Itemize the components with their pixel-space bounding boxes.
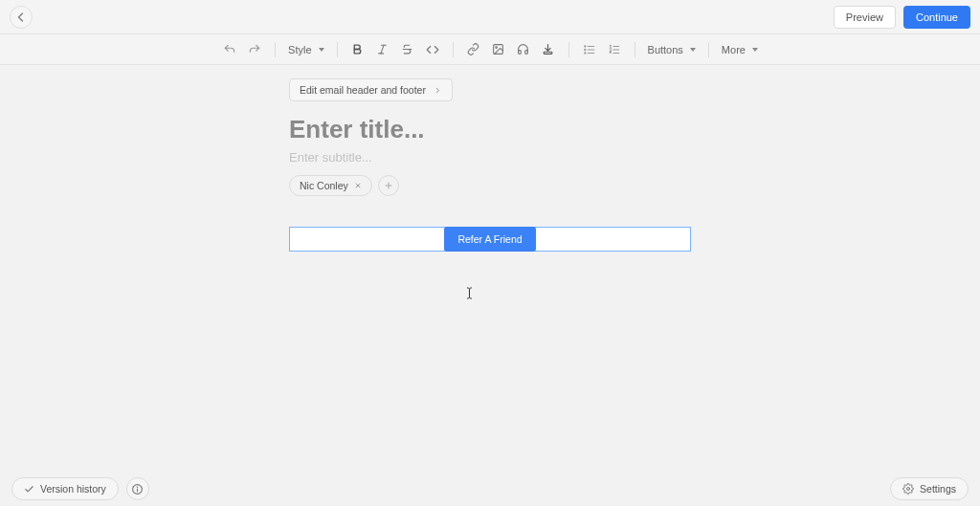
- svg-line-2: [381, 45, 384, 54]
- image-icon: [492, 43, 504, 55]
- unordered-list-button[interactable]: [579, 39, 600, 60]
- settings-label: Settings: [920, 483, 956, 495]
- svg-point-23: [907, 488, 910, 491]
- editor-canvas[interactable]: Edit email header and footer Nic Conley …: [0, 65, 980, 506]
- arrow-left-icon: [15, 11, 27, 23]
- strikethrough-button[interactable]: [397, 39, 418, 60]
- selected-button-block[interactable]: Refer A Friend: [289, 227, 691, 252]
- editor-toolbar: Style: [0, 34, 980, 65]
- undo-icon: [223, 43, 236, 56]
- style-dropdown[interactable]: Style: [285, 39, 326, 60]
- image-button[interactable]: [488, 39, 509, 60]
- header-actions: Preview Continue: [834, 6, 970, 29]
- separator: [275, 42, 276, 57]
- editor-body: Edit email header and footer Nic Conley …: [289, 78, 691, 252]
- svg-point-22: [138, 487, 139, 488]
- audio-button[interactable]: [513, 39, 534, 60]
- settings-button[interactable]: Settings: [890, 477, 969, 500]
- plus-icon: [384, 181, 393, 190]
- redo-icon: [248, 43, 261, 56]
- author-remove-button[interactable]: [354, 182, 362, 189]
- version-history-label: Version history: [40, 483, 106, 495]
- author-row: Nic Conley: [289, 175, 691, 196]
- refer-a-friend-button[interactable]: Refer A Friend: [444, 227, 535, 252]
- author-chip[interactable]: Nic Conley: [289, 175, 372, 196]
- bottom-bar: Version history Settings: [0, 472, 980, 506]
- ordered-list-button[interactable]: [604, 39, 625, 60]
- continue-button[interactable]: Continue: [903, 6, 970, 29]
- link-icon: [467, 43, 479, 55]
- more-dropdown[interactable]: More: [719, 39, 761, 60]
- back-button[interactable]: [10, 6, 33, 29]
- subtitle-input[interactable]: [289, 150, 691, 165]
- check-icon: [24, 484, 34, 495]
- close-icon: [354, 182, 362, 189]
- style-label: Style: [288, 44, 311, 55]
- gear-icon: [902, 483, 914, 495]
- toolbar-inner: Style: [219, 39, 761, 60]
- separator: [635, 42, 635, 57]
- download-icon: [542, 43, 554, 55]
- top-header: Preview Continue: [0, 0, 980, 34]
- text-cursor-icon: [466, 287, 473, 299]
- link-button[interactable]: [463, 39, 484, 60]
- redo-button[interactable]: [244, 39, 265, 60]
- code-button[interactable]: [422, 39, 443, 60]
- headphones-icon: [517, 43, 529, 55]
- bottom-right: Settings: [890, 477, 969, 500]
- list-ol-icon: [608, 43, 621, 56]
- svg-rect-6: [544, 52, 552, 54]
- svg-point-10: [584, 45, 585, 46]
- svg-point-11: [584, 49, 585, 50]
- preview-button[interactable]: Preview: [834, 6, 896, 29]
- strikethrough-icon: [401, 43, 413, 55]
- undo-button[interactable]: [219, 39, 240, 60]
- edit-header-footer-label: Edit email header and footer: [300, 84, 426, 96]
- italic-icon: [376, 43, 389, 55]
- list-ul-icon: [583, 43, 596, 56]
- separator: [337, 42, 338, 57]
- bottom-left: Version history: [11, 477, 149, 500]
- svg-point-12: [584, 52, 585, 53]
- info-button[interactable]: [126, 477, 149, 500]
- code-icon: [426, 43, 439, 56]
- info-icon: [131, 483, 144, 495]
- add-author-button[interactable]: [378, 175, 399, 196]
- version-history-button[interactable]: Version history: [11, 477, 119, 500]
- separator: [568, 42, 569, 57]
- embed-button[interactable]: [538, 39, 559, 60]
- separator: [708, 42, 709, 57]
- svg-point-5: [496, 47, 498, 49]
- separator: [453, 42, 454, 57]
- buttons-dropdown[interactable]: Buttons: [645, 39, 699, 60]
- buttons-label: Buttons: [648, 44, 683, 55]
- italic-button[interactable]: [372, 39, 393, 60]
- author-name: Nic Conley: [300, 180, 348, 191]
- more-label: More: [722, 44, 746, 55]
- edit-header-footer-button[interactable]: Edit email header and footer: [289, 78, 453, 101]
- bold-button[interactable]: [347, 39, 368, 60]
- bold-icon: [351, 43, 364, 55]
- chevron-right-icon: [434, 86, 442, 95]
- title-input[interactable]: [289, 115, 691, 144]
